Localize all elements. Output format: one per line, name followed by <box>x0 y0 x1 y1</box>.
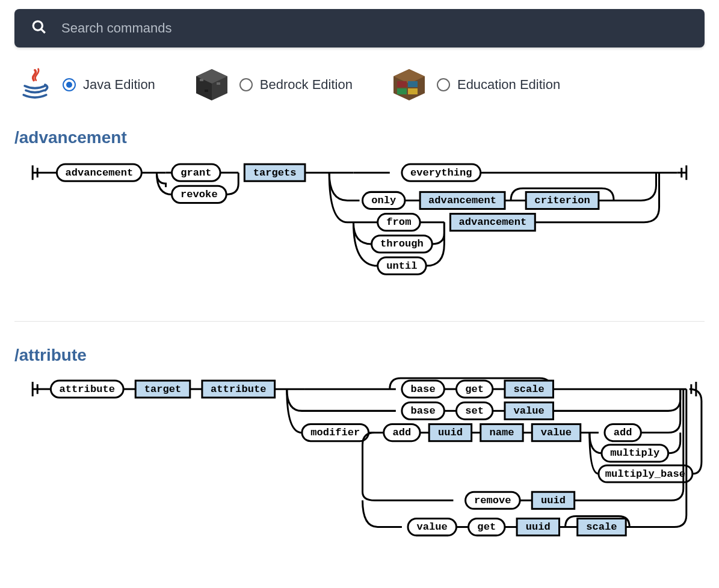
edition-label: Java Edition <box>83 77 155 93</box>
svg-text:advancement: advancement <box>428 195 496 206</box>
svg-text:targets: targets <box>253 167 297 179</box>
svg-text:add: add <box>393 427 412 439</box>
svg-rect-11 <box>408 81 418 87</box>
node-base2: base <box>402 403 444 420</box>
svg-text:from: from <box>386 216 411 228</box>
node-value2: value <box>532 424 580 441</box>
node-attribute-arg: attribute <box>202 381 275 397</box>
command-attribute: /attribute attribute target attribute ba… <box>14 346 705 551</box>
svg-text:multiply_base: multiply_base <box>605 468 685 480</box>
svg-text:uuid: uuid <box>526 521 551 533</box>
svg-text:target: target <box>144 384 182 395</box>
node-target: target <box>135 381 190 397</box>
node-multiply: multiply <box>602 445 668 462</box>
svg-text:remove: remove <box>474 495 511 506</box>
diagram-advancement: advancement grant revoke targets everyth… <box>14 156 705 295</box>
svg-text:advancement: advancement <box>65 167 133 179</box>
svg-rect-7 <box>205 90 208 92</box>
edition-bedrock[interactable]: Bedrock Edition <box>191 64 353 105</box>
node-scale2: scale <box>578 519 626 536</box>
node-uuid3: uuid <box>517 519 559 536</box>
node-from: from <box>378 214 420 231</box>
svg-rect-12 <box>397 88 407 94</box>
command-title[interactable]: /attribute <box>14 346 705 365</box>
node-adv-only: advancement <box>420 192 505 209</box>
edition-education[interactable]: Education Edition <box>389 64 560 105</box>
svg-text:value: value <box>514 405 545 417</box>
node-targets: targets <box>244 164 305 181</box>
svg-text:modifier: modifier <box>310 427 360 439</box>
edition-label: Education Edition <box>457 77 560 93</box>
node-advancement-root: advancement <box>57 164 141 181</box>
svg-text:base: base <box>411 405 436 417</box>
svg-rect-6 <box>217 82 220 85</box>
radio-java[interactable] <box>63 78 76 91</box>
svg-text:base: base <box>411 384 436 395</box>
node-base1: base <box>402 381 444 397</box>
svg-text:until: until <box>386 260 417 272</box>
svg-text:get: get <box>465 384 484 395</box>
command-title[interactable]: /advancement <box>14 128 705 147</box>
svg-rect-13 <box>408 88 418 94</box>
node-add: add <box>384 424 420 441</box>
svg-text:grant: grant <box>181 167 211 179</box>
node-through: through <box>372 236 433 253</box>
svg-rect-10 <box>397 81 407 87</box>
java-icon <box>14 64 55 105</box>
svg-text:value: value <box>541 427 572 439</box>
node-remove: remove <box>466 492 520 509</box>
svg-text:get: get <box>477 521 496 533</box>
svg-text:everything: everything <box>410 167 472 179</box>
diagram-attribute: attribute target attribute base get <box>14 373 705 549</box>
svg-text:attribute: attribute <box>211 384 266 395</box>
node-get1: get <box>456 381 492 397</box>
svg-text:attribute: attribute <box>60 384 115 395</box>
node-get2: get <box>469 519 505 536</box>
svg-text:value: value <box>417 521 448 533</box>
search-bar[interactable] <box>14 9 705 47</box>
node-until: until <box>378 257 426 274</box>
svg-rect-5 <box>200 79 203 81</box>
node-modifier: modifier <box>302 424 369 441</box>
svg-text:criterion: criterion <box>534 195 590 206</box>
svg-text:multiply: multiply <box>610 448 659 459</box>
node-scale1: scale <box>505 381 553 397</box>
svg-text:revoke: revoke <box>181 189 218 200</box>
bedrock-icon <box>191 64 232 105</box>
svg-point-0 <box>33 21 42 30</box>
node-add2: add <box>605 424 641 441</box>
command-advancement: /advancement advancement grant revoke ta… <box>14 128 705 297</box>
svg-text:only: only <box>371 195 396 206</box>
education-icon <box>389 64 430 105</box>
node-name: name <box>481 424 523 441</box>
node-criterion: criterion <box>526 192 599 209</box>
edition-selector: Java Edition Bedrock Edition <box>14 64 705 105</box>
radio-bedrock[interactable] <box>239 78 253 91</box>
node-grant: grant <box>172 164 220 181</box>
svg-text:add: add <box>614 427 632 439</box>
node-adv-ftu: advancement <box>450 214 535 231</box>
node-only: only <box>363 192 405 209</box>
node-set1: set <box>456 403 492 420</box>
node-revoke: revoke <box>172 186 227 203</box>
svg-text:scale: scale <box>514 384 545 395</box>
svg-text:scale: scale <box>586 521 617 533</box>
svg-text:advancement: advancement <box>458 216 526 228</box>
section-divider <box>14 321 705 322</box>
radio-education[interactable] <box>437 78 450 91</box>
edition-label: Bedrock Edition <box>260 77 353 93</box>
svg-text:name: name <box>489 427 514 439</box>
search-input[interactable] <box>60 20 688 37</box>
search-icon <box>31 19 47 37</box>
node-everything: everything <box>402 164 481 181</box>
node-uuid1: uuid <box>429 424 471 441</box>
node-valuelit: value <box>408 519 456 536</box>
svg-text:uuid: uuid <box>541 495 566 506</box>
svg-text:set: set <box>465 405 484 417</box>
svg-text:through: through <box>380 238 424 250</box>
edition-java[interactable]: Java Edition <box>14 64 155 105</box>
node-uuid2: uuid <box>532 492 574 509</box>
svg-line-1 <box>42 29 45 33</box>
node-value1: value <box>505 403 553 420</box>
node-attribute-root: attribute <box>51 381 123 397</box>
